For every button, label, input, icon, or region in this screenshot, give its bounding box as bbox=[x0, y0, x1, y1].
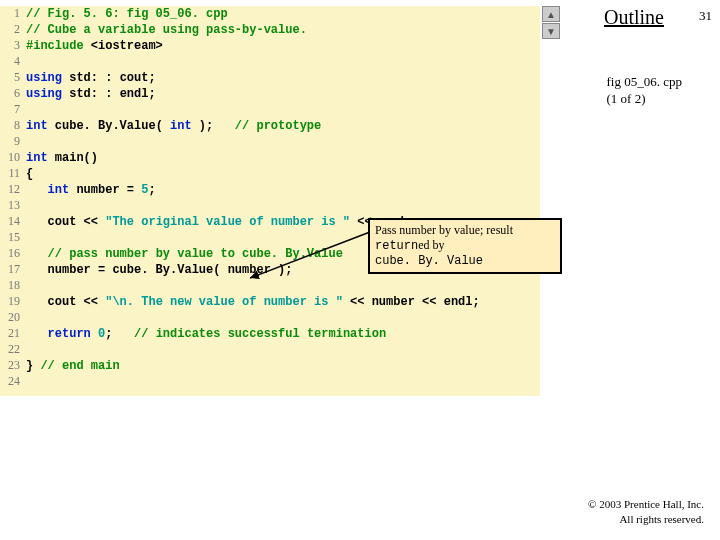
code-text: <iostream> bbox=[91, 39, 163, 53]
callout-line: Pass number by value; result bbox=[375, 223, 555, 238]
code-text bbox=[26, 247, 48, 261]
gutter: 24 bbox=[4, 374, 26, 389]
code-kw: int bbox=[170, 119, 192, 133]
code-text: main() bbox=[48, 151, 98, 165]
file-name: fig 05_06. cpp bbox=[607, 74, 682, 91]
gutter: 2 bbox=[4, 22, 26, 37]
code-text: number = bbox=[69, 183, 141, 197]
gutter: 4 bbox=[4, 54, 26, 69]
code-text: { bbox=[26, 167, 33, 181]
gutter: 14 bbox=[4, 214, 26, 229]
copyright-line: © 2003 Prentice Hall, Inc. bbox=[588, 497, 704, 511]
code-kw: return bbox=[48, 327, 91, 341]
code-text: } bbox=[26, 359, 40, 373]
code-kw: using bbox=[26, 87, 69, 101]
gutter: 1 bbox=[4, 6, 26, 21]
code-kw: int bbox=[26, 119, 48, 133]
code-text bbox=[91, 327, 98, 341]
nav-arrows: ▲ ▼ bbox=[542, 6, 560, 39]
gutter: 18 bbox=[4, 278, 26, 293]
slide-number: 31 bbox=[699, 8, 712, 24]
code-comment: // indicates successful termination bbox=[134, 327, 386, 341]
gutter: 15 bbox=[4, 230, 26, 245]
code-comment: // Fig. 5. 6: fig 05_06. cpp bbox=[26, 7, 228, 21]
gutter: 6 bbox=[4, 86, 26, 101]
gutter: 13 bbox=[4, 198, 26, 213]
code-text: ; bbox=[105, 327, 134, 341]
gutter: 23 bbox=[4, 358, 26, 373]
code-comment: // end main bbox=[40, 359, 119, 373]
code-str: "The original value of number is " bbox=[105, 215, 350, 229]
code-text bbox=[26, 327, 48, 341]
outline-title: Outline bbox=[604, 6, 686, 29]
code-comment: // Cube a variable using pass-by-value. bbox=[26, 23, 307, 37]
code-kw: int bbox=[48, 183, 70, 197]
gutter: 7 bbox=[4, 102, 26, 117]
callout-text: ed by bbox=[418, 238, 444, 252]
gutter: 19 bbox=[4, 294, 26, 309]
code-text: std: : endl; bbox=[69, 87, 155, 101]
code-kw: using bbox=[26, 71, 69, 85]
callout-tt: return bbox=[375, 239, 418, 253]
gutter: 12 bbox=[4, 182, 26, 197]
code-text: cout << bbox=[26, 295, 105, 309]
file-part: (1 of 2) bbox=[607, 91, 682, 108]
code-text: ); bbox=[192, 119, 235, 133]
gutter: 20 bbox=[4, 310, 26, 325]
nav-up-button[interactable]: ▲ bbox=[542, 6, 560, 22]
gutter: 5 bbox=[4, 70, 26, 85]
gutter: 11 bbox=[4, 166, 26, 181]
gutter: 8 bbox=[4, 118, 26, 133]
code-pp: #include bbox=[26, 39, 91, 53]
callout-box: Pass number by value; result returned by… bbox=[368, 218, 562, 274]
code-text: << number << endl; bbox=[343, 295, 480, 309]
code-comment: // prototype bbox=[235, 119, 321, 133]
outline-section: Outline bbox=[566, 6, 686, 29]
gutter: 10 bbox=[4, 150, 26, 165]
code-str: "\n. The new value of number is " bbox=[105, 295, 343, 309]
copyright: © 2003 Prentice Hall, Inc. All rights re… bbox=[588, 497, 704, 526]
code-text: cout << bbox=[26, 215, 105, 229]
callout-line: returned by bbox=[375, 238, 555, 254]
code-text: std: : cout; bbox=[69, 71, 155, 85]
code-text: cube. By.Value( bbox=[48, 119, 170, 133]
gutter: 22 bbox=[4, 342, 26, 357]
code-text bbox=[26, 183, 48, 197]
code-text: number = cube. By.Value( number ); bbox=[26, 263, 292, 277]
code-comment: // pass number by value to cube. By.Valu… bbox=[48, 247, 343, 261]
gutter: 17 bbox=[4, 262, 26, 277]
code-kw: int bbox=[26, 151, 48, 165]
callout-tt: cube. By. Value bbox=[375, 254, 555, 269]
copyright-line: All rights reserved. bbox=[588, 512, 704, 526]
gutter: 9 bbox=[4, 134, 26, 149]
code-text: ; bbox=[148, 183, 155, 197]
nav-down-button[interactable]: ▼ bbox=[542, 23, 560, 39]
gutter: 16 bbox=[4, 246, 26, 261]
gutter: 21 bbox=[4, 326, 26, 341]
gutter: 3 bbox=[4, 38, 26, 53]
code-panel: 1// Fig. 5. 6: fig 05_06. cpp 2// Cube a… bbox=[0, 6, 540, 396]
file-caption: fig 05_06. cpp (1 of 2) bbox=[607, 74, 682, 108]
